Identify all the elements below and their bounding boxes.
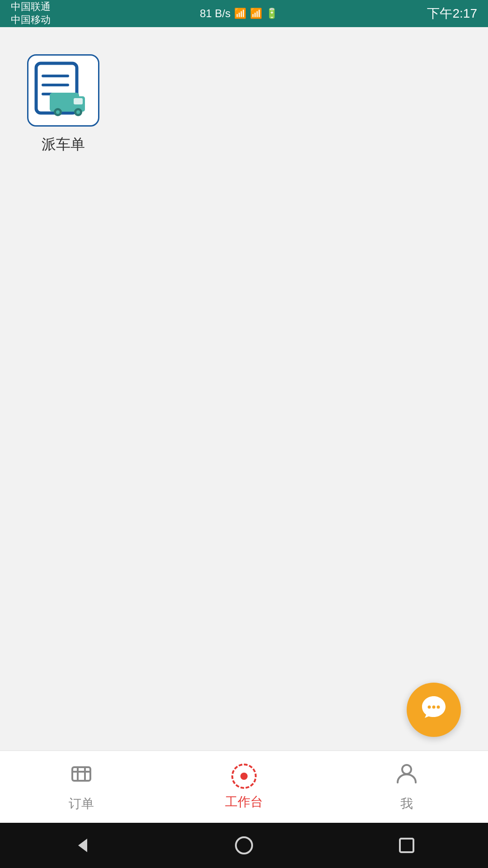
nav-item-orders[interactable]: 订单 xyxy=(0,755,163,820)
svg-point-11 xyxy=(428,706,431,709)
time-display: 下午2:17 xyxy=(427,5,477,22)
svg-point-8 xyxy=(56,110,60,114)
person-icon xyxy=(395,762,418,791)
nav-label-me: 我 xyxy=(400,795,413,812)
nav-label-orders: 订单 xyxy=(69,795,94,812)
dispatch-icon-box xyxy=(27,54,99,127)
android-nav-bar xyxy=(0,823,488,868)
status-bar: 中国联通 中国移动 81 B/s 📶 📶 🔋 下午2:17 xyxy=(0,0,488,27)
carrier-info: 中国联通 中国移动 xyxy=(11,0,51,26)
nav-item-me[interactable]: 我 xyxy=(325,755,488,820)
carrier2: 中国移动 xyxy=(11,14,51,27)
svg-rect-21 xyxy=(400,839,413,852)
wifi-icon: 📶 xyxy=(234,8,246,19)
svg-marker-19 xyxy=(78,839,87,852)
main-content: 派车单 xyxy=(0,27,488,750)
svg-rect-14 xyxy=(72,767,90,781)
signal-icon: 📶 xyxy=(250,8,262,19)
dispatch-label: 派车单 xyxy=(42,135,85,155)
nav-label-workbench: 工作台 xyxy=(225,793,263,811)
bottom-nav: 订单 工作台 我 xyxy=(0,750,488,823)
svg-rect-6 xyxy=(74,98,83,104)
recents-button[interactable] xyxy=(393,832,420,859)
svg-point-10 xyxy=(76,110,80,114)
svg-point-20 xyxy=(236,837,252,854)
nav-item-workbench[interactable]: 工作台 xyxy=(163,756,325,818)
workbench-icon xyxy=(231,764,257,789)
back-button[interactable] xyxy=(68,832,95,859)
svg-point-12 xyxy=(432,706,436,709)
chat-icon xyxy=(419,693,448,727)
svg-point-13 xyxy=(437,706,440,709)
network-speed: 81 B/s xyxy=(200,7,230,20)
fab-chat-button[interactable] xyxy=(407,683,461,737)
carrier1: 中国联通 xyxy=(11,0,51,14)
dispatch-app-icon[interactable]: 派车单 xyxy=(23,54,104,155)
cart-icon xyxy=(70,762,93,791)
home-button[interactable] xyxy=(230,832,258,859)
network-status: 81 B/s 📶 📶 🔋 xyxy=(200,7,278,20)
battery-icon: 🔋 xyxy=(266,8,278,19)
svg-point-18 xyxy=(402,765,411,774)
dispatch-icon-svg xyxy=(32,59,95,122)
